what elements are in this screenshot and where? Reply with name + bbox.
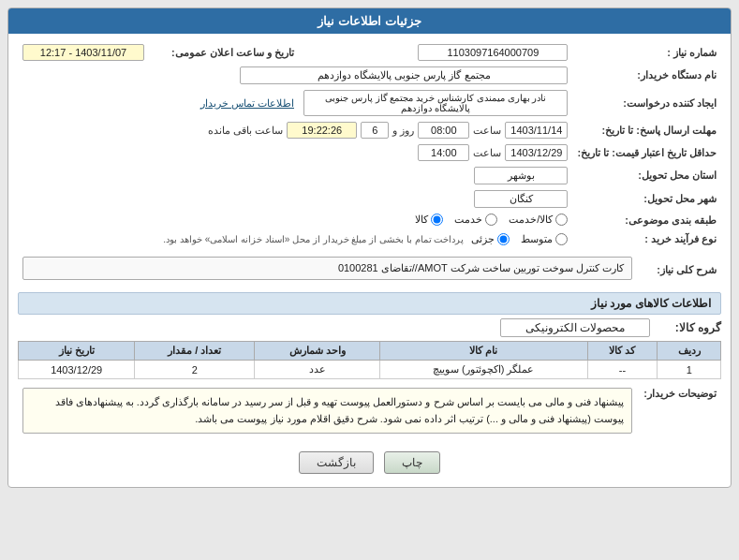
row-shomara: شماره نیاز : 1103097164000709 تاریخ و سا… [18, 41, 721, 64]
col-tarikh: تاریخ نیاز [19, 342, 135, 361]
row-mohlat: مهلت ارسال پاسخ: تا تاریخ: 1403/11/14 سا… [18, 119, 721, 141]
tozi-label: توضیحات خریدار: [637, 385, 721, 444]
mohlat-saat-mande: 19:22:26 [287, 122, 357, 139]
header-title: جزئیات اطلاعات نیاز [318, 14, 421, 28]
content-area: شماره نیاز : 1103097164000709 تاریخ و سا… [8, 34, 731, 487]
hadaqal-date: 1403/12/29 [505, 144, 568, 161]
group-kala-value: محصولات الکترونیکی [500, 318, 650, 337]
hadaqal-saat-label: ساعت [473, 147, 501, 159]
ijad-label: ایجاد کننده درخواست: [572, 87, 721, 119]
mohlat-mande-label: ساعت باقی مانده [208, 125, 283, 137]
row-tabaqe: طبقه بندی موضوعی: کالا/خدمت خدمت [18, 211, 721, 230]
page-container: جزئیات اطلاعات نیاز شماره نیاز : 1103097… [0, 0, 739, 560]
col-radif: ردیف [658, 342, 721, 361]
sherh-value: کارت کنترل سوخت توربین ساخت شرکت AMOT//ت… [22, 257, 632, 280]
table-row: 1--عملگر (اکچوئتور) سوییچعدد21403/12/29 [19, 361, 721, 379]
dastgah-value: مجتمع گاز پارس جنوبی پالایشگاه دوازدهم [240, 66, 568, 84]
group-kala-label: گروه کالا: [656, 321, 721, 334]
btn-chap[interactable]: چاپ [384, 451, 440, 474]
row-hadaqal: حداقل تاریخ اعتبار قیمت: تا تاریخ: 1403/… [18, 141, 721, 164]
tabaqe-label: طبقه بندی موضوعی: [572, 211, 721, 230]
hadaqal-label: حداقل تاریخ اعتبار قیمت: تا تاریخ: [572, 141, 721, 164]
radio-kala-khadamat[interactable]: کالا/خدمت [509, 214, 568, 226]
mohlat-row-flex: 1403/11/14 ساعت 08:00 روز و 6 19:22:26 س… [22, 122, 568, 139]
header-bar: جزئیات اطلاعات نیاز [8, 8, 731, 34]
hadaqal-saat: 14:00 [418, 144, 469, 161]
ijad-value: نادر بهاری میمندی کارشناس خرید مجتمع گاز… [303, 90, 568, 116]
row-noe-farayand: نوع فرآیند خرید : متوسط جزئی [18, 230, 721, 248]
col-vahed: واحد شمارش [255, 342, 379, 361]
mohlat-saat-label: ساعت [473, 125, 501, 137]
mohlat-rooz: 6 [361, 122, 389, 139]
ettelaat-kala-title: اطلاعات کالاهای مورد نیاز [18, 292, 721, 315]
info-table: شماره نیاز : 1103097164000709 تاریخ و سا… [18, 41, 721, 248]
ettelaat-tamas-link[interactable]: اطلاعات تماس خریدار [200, 97, 294, 109]
sherh-row: شرح کلی نیاز: کارت کنترل سوخت توربین ساخ… [18, 254, 721, 287]
sherh-table: شرح کلی نیاز: کارت کنترل سوخت توربین ساخ… [18, 254, 721, 287]
kala-table-header-row: ردیف کد کالا نام کالا واحد شمارش تعداد /… [19, 342, 721, 361]
noe-radio-group: متوسط جزئی [471, 233, 568, 245]
tozi-value: پیشنهاد فنی و مالی می بایست بر اساس شرح … [22, 388, 632, 434]
tarikh-value: 1403/11/07 - 12:17 [22, 44, 144, 61]
col-code: کد کالا [587, 342, 658, 361]
kala-table: ردیف کد کالا نام کالا واحد شمارش تعداد /… [18, 341, 721, 379]
row-ostan: استان محل تحویل: بوشهر [18, 164, 721, 187]
cell-code: -- [587, 361, 658, 379]
noe-label: نوع فرآیند خرید : [572, 230, 721, 248]
shahr-label: شهر محل تحویل: [572, 187, 721, 211]
radio-jozii[interactable]: جزئی [471, 233, 510, 245]
mohlat-label: مهلت ارسال پاسخ: تا تاریخ: [572, 119, 721, 141]
row-dastgah: نام دستگاه خریدار: مجتمع گاز پارس جنوبی … [18, 64, 721, 87]
cell-name: عملگر (اکچوئتور) سوییچ [379, 361, 587, 379]
cell-radif: 1 [658, 361, 721, 379]
ostan-label: استان محل تحویل: [572, 164, 721, 187]
col-name: نام کالا [379, 342, 587, 361]
shomara-value: 1103097164000709 [418, 44, 568, 61]
mohlat-rooz-label: روز و [392, 125, 414, 137]
col-tedad: تعداد / مقدار [135, 342, 255, 361]
radio-khadamat[interactable]: خدمت [454, 214, 497, 226]
shomara-label: شماره نیاز : [572, 41, 721, 64]
cell-vahed: عدد [255, 361, 379, 379]
dastgah-label: نام دستگاه خریدار: [572, 64, 721, 87]
tabaqe-radio-group: کالا/خدمت خدمت کالا [415, 214, 568, 226]
tarikh-label: تاریخ و ساعت اعلان عمومی: [149, 41, 299, 64]
main-card: جزئیات اطلاعات نیاز شماره نیاز : 1103097… [7, 7, 732, 488]
group-kala-row: گروه کالا: محصولات الکترونیکی [18, 318, 721, 337]
tozi-table: توضیحات خریدار: پیشنهاد فنی و مالی می با… [18, 385, 721, 444]
kala-table-head: ردیف کد کالا نام کالا واحد شمارش تعداد /… [19, 342, 721, 361]
kala-table-body: 1--عملگر (اکچوئتور) سوییچعدد21403/12/29 [19, 361, 721, 379]
btn-area: چاپ بازگشت [18, 451, 721, 474]
cell-tedad: 2 [135, 361, 255, 379]
btn-bazgasht[interactable]: بازگشت [299, 451, 374, 474]
noe-row: متوسط جزئی پرداخت تمام با بخشی از مبلغ خ… [22, 233, 568, 245]
tozi-row: توضیحات خریدار: پیشنهاد فنی و مالی می با… [18, 385, 721, 444]
row-shahr: شهر محل تحویل: کنگان [18, 187, 721, 211]
noe-info-text: پرداخت تمام با بخشی از مبلغ خریدار از مح… [163, 234, 464, 244]
radio-kala[interactable]: کالا [415, 214, 443, 226]
hadaqal-row-flex: 1403/12/29 ساعت 14:00 [22, 144, 568, 161]
sherh-label: شرح کلی نیاز: [637, 254, 721, 287]
mohlat-date: 1403/11/14 [505, 122, 568, 139]
mohlat-saat: 08:00 [418, 122, 469, 139]
cell-tarikh: 1403/12/29 [19, 361, 135, 379]
radio-motovaset[interactable]: متوسط [521, 233, 568, 245]
row-ijad: ایجاد کننده درخواست: نادر بهاری میمندی ک… [18, 87, 721, 119]
ostan-value: بوشهر [474, 167, 568, 184]
shahr-value: کنگان [474, 190, 568, 208]
